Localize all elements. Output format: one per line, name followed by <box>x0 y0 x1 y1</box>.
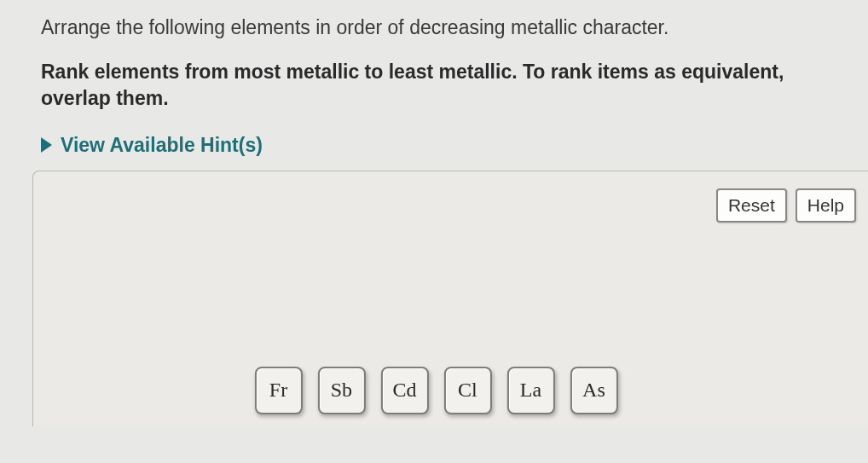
question-text: Arrange the following elements in order … <box>41 15 844 40</box>
hints-label: View Available Hint(s) <box>61 134 263 157</box>
element-tile-la[interactable]: La <box>506 367 554 414</box>
element-tile-cl[interactable]: Cl <box>443 367 491 414</box>
reset-button[interactable]: Reset <box>716 188 787 223</box>
element-tile-sb[interactable]: Sb <box>317 367 365 414</box>
ranking-canvas[interactable]: Reset Help Fr Sb Cd Cl La As <box>32 171 868 426</box>
help-button[interactable]: Help <box>796 188 856 223</box>
instruction-text: Rank elements from most metallic to leas… <box>41 59 844 112</box>
element-tiles-row: Fr Sb Cd Cl La As <box>254 367 617 414</box>
question-container: Arrange the following elements in order … <box>0 0 868 426</box>
chevron-right-icon <box>41 137 52 153</box>
view-hints-toggle[interactable]: View Available Hint(s) <box>41 134 844 157</box>
canvas-toolbar: Reset Help <box>716 188 856 223</box>
element-tile-as[interactable]: As <box>570 367 617 414</box>
element-tile-cd[interactable]: Cd <box>380 367 428 414</box>
element-tile-fr[interactable]: Fr <box>254 367 302 414</box>
